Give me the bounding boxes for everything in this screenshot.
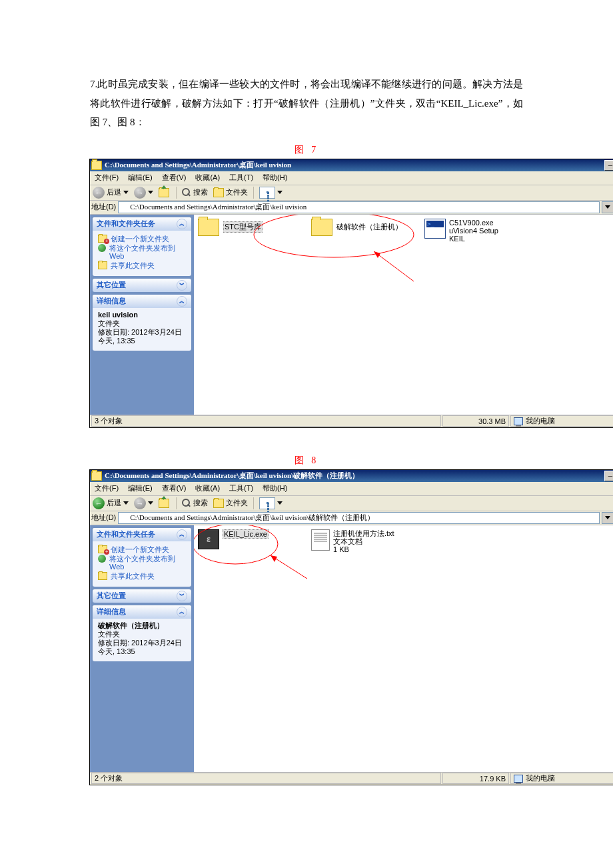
titlebar[interactable]: C:\Documents and Settings\Administrator\… [90, 470, 613, 482]
chevron-down-icon[interactable]: ︾ [177, 280, 187, 291]
share-icon [98, 261, 107, 269]
menu-view[interactable]: 查看(V) [157, 483, 191, 493]
chevron-up-icon[interactable]: ︽ [177, 529, 187, 540]
task-new-folder[interactable]: 创建一个新文件夹 [98, 545, 186, 553]
address-dropdown[interactable] [602, 201, 613, 213]
file-item-crack[interactable]: 破解软件（注册机） [311, 219, 404, 236]
address-label: 地址(D) [91, 513, 116, 523]
chevron-up-icon[interactable]: ︽ [177, 296, 187, 307]
panel-header-tasks[interactable]: 文件和文件夹任务 ︽ [93, 528, 191, 541]
forward-icon: → [134, 497, 146, 509]
computer-icon [514, 417, 523, 425]
setup-exe-icon [424, 219, 446, 239]
back-button[interactable]: ←后退 [91, 497, 130, 509]
search-button[interactable]: 搜索 [181, 187, 209, 197]
menu-fav[interactable]: 收藏(A) [191, 483, 225, 493]
status-location: 我的电脑 [510, 415, 613, 427]
separator [253, 187, 254, 199]
para-prefix: 7. [90, 79, 97, 89]
folders-button[interactable]: 文件夹 [212, 187, 249, 197]
new-folder-icon [98, 235, 107, 243]
status-objects: 2 个对象 [91, 773, 441, 784]
menu-tools[interactable]: 工具(T) [225, 483, 258, 493]
dropdown-icon[interactable] [148, 501, 153, 505]
address-input[interactable]: C:\Documents and Settings\Administrator\… [118, 201, 600, 213]
menu-edit[interactable]: 编辑(E) [123, 483, 157, 493]
folders-label: 文件夹 [226, 498, 248, 508]
dropdown-icon[interactable] [277, 191, 283, 195]
up-button[interactable] [157, 188, 172, 197]
explorer-window-fig8: C:\Documents and Settings\Administrator\… [89, 469, 613, 785]
panel-header-details[interactable]: 详细信息︽ [93, 605, 191, 619]
titlebar[interactable]: C:\Documents and Settings\Administrator\… [90, 159, 613, 171]
globe-icon [98, 555, 106, 563]
panel-other: 其它位置︾ [93, 589, 191, 603]
dropdown-icon[interactable] [277, 501, 283, 505]
back-button[interactable]: ←后退 [91, 187, 130, 199]
minimize-button[interactable]: ─ [604, 160, 613, 171]
back-label: 后退 [107, 187, 121, 197]
task-share[interactable]: 共享此文件夹 [98, 572, 186, 580]
chevron-down-icon[interactable]: ︾ [177, 591, 187, 601]
forward-button[interactable]: → [133, 497, 155, 509]
up-icon [159, 499, 169, 508]
folder-icon [311, 219, 332, 236]
dropdown-icon[interactable] [148, 191, 153, 195]
forward-button[interactable]: → [133, 187, 155, 199]
toolbar: ←后退 → 搜索 文件夹 [90, 185, 613, 201]
content-area[interactable]: ε KEIL_Lic.exe 注册机使用方法.txt 文本文档 1 KB [194, 525, 613, 772]
folders-label: 文件夹 [226, 187, 248, 197]
file-label: STC型号库 [223, 221, 263, 233]
back-icon: ← [93, 497, 105, 509]
chevron-up-icon[interactable]: ︽ [177, 219, 187, 229]
menu-file[interactable]: 文件(F) [90, 173, 123, 183]
svg-line-1 [374, 251, 414, 281]
detail-modified: 修改日期: 2012年3月24日今天, 13:35 [98, 328, 182, 345]
up-icon [159, 188, 169, 197]
menubar: 文件(F) 编辑(E) 查看(V) 收藏(A) 工具(T) 帮助(H) [90, 171, 613, 185]
address-input[interactable]: C:\Documents and Settings\Administrator\… [118, 512, 600, 524]
file-item-stc[interactable]: STC型号库 [198, 219, 291, 236]
view-mode-button[interactable] [258, 497, 284, 509]
task-new-folder[interactable]: 创建一个新文件夹 [98, 235, 186, 243]
status-objects: 3 个对象 [91, 415, 441, 427]
panel-details: 详细信息︽ 破解软件（注册机） 文件夹 修改日期: 2012年3月24日今天, … [93, 605, 191, 661]
dropdown-icon[interactable] [123, 501, 129, 505]
panel-header-other[interactable]: 其它位置︾ [93, 589, 191, 603]
up-button[interactable] [157, 499, 172, 508]
statusbar: 2 个对象 17.9 KB 我的电脑 [90, 772, 613, 785]
status-location: 我的电脑 [510, 773, 613, 784]
folders-icon [213, 499, 224, 508]
task-publish[interactable]: 将这个文件夹发布到 Web [98, 244, 186, 260]
file-item-setup[interactable]: C51V900.exe uVision4 Setup KEIL [424, 219, 518, 243]
menu-fav[interactable]: 收藏(A) [191, 173, 225, 183]
detail-name: 破解软件（注册机） [98, 621, 164, 629]
detail-modified: 修改日期: 2012年3月24日今天, 13:35 [98, 639, 182, 655]
task-publish[interactable]: 将这个文件夹发布到 Web [98, 555, 186, 571]
view-mode-button[interactable] [258, 187, 284, 199]
panel-header-tasks[interactable]: 文件和文件夹任务 ︽ [93, 217, 191, 231]
chevron-up-icon[interactable]: ︽ [177, 607, 187, 617]
panel-header-other[interactable]: 其它位置︾ [93, 279, 191, 292]
panel-tasks: 文件和文件夹任务 ︽ 创建一个新文件夹 将这个文件夹发布到 Web 共享此文件夹 [93, 217, 191, 276]
file-item-keil-lic[interactable]: ε KEIL_Lic.exe [198, 529, 291, 549]
menu-help[interactable]: 帮助(H) [258, 173, 292, 183]
sidebar: 文件和文件夹任务 ︽ 创建一个新文件夹 将这个文件夹发布到 Web 共享此文件夹… [90, 215, 194, 415]
address-dropdown[interactable] [602, 512, 613, 524]
menu-tools[interactable]: 工具(T) [225, 173, 258, 183]
content-area[interactable]: STC型号库 破解软件（注册机） C51V900.exe uVision4 Se… [194, 215, 613, 415]
folder-icon [91, 161, 102, 170]
minimize-button[interactable]: ─ [604, 471, 613, 481]
dropdown-icon[interactable] [123, 191, 129, 195]
menu-help[interactable]: 帮助(H) [258, 483, 292, 493]
folder-icon [120, 515, 128, 521]
tasks-title: 文件和文件夹任务 [97, 219, 155, 229]
menu-edit[interactable]: 编辑(E) [123, 173, 157, 183]
panel-header-details[interactable]: 详细信息︽ [93, 295, 191, 308]
folders-button[interactable]: 文件夹 [212, 498, 249, 508]
search-button[interactable]: 搜索 [181, 498, 209, 508]
menu-view[interactable]: 查看(V) [157, 173, 191, 183]
menu-file[interactable]: 文件(F) [90, 483, 123, 493]
task-share[interactable]: 共享此文件夹 [98, 261, 186, 269]
file-item-usage-txt[interactable]: 注册机使用方法.txt 文本文档 1 KB [311, 529, 404, 553]
